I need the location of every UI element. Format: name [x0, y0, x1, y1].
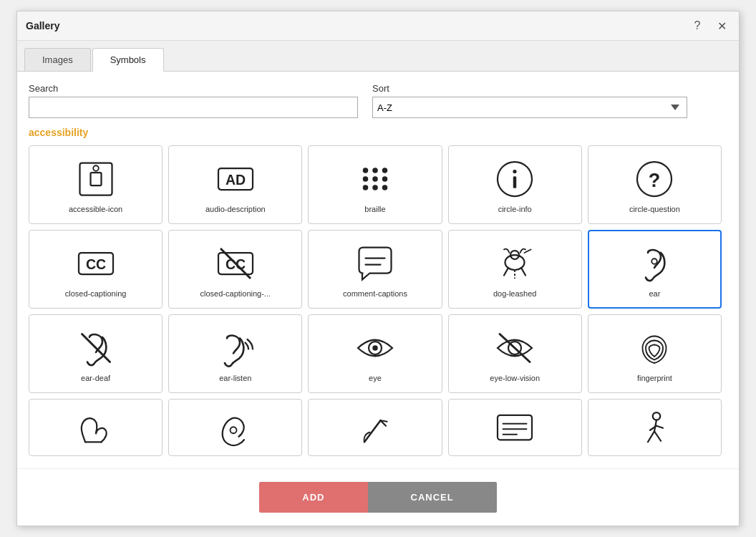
- icon-hands-pointing[interactable]: [308, 399, 442, 456]
- icon-hands-asl-2[interactable]: [168, 399, 302, 456]
- icon-label-audio-desc: audio-description: [205, 205, 266, 213]
- icon-label-closed-captioning: closed-captioning: [65, 289, 127, 298]
- icon-circle-info[interactable]: circle-info: [448, 145, 582, 224]
- icon-label-fingerprint: fingerprint: [637, 374, 672, 382]
- dog-leashed-svg: [493, 242, 536, 285]
- closed-captioning-slash-svg: CC: [214, 242, 257, 285]
- svg-line-35: [500, 334, 530, 362]
- icon-closed-captioning[interactable]: CC closed-captioning: [29, 230, 163, 309]
- icon-ear-listen[interactable]: ear-listen: [168, 314, 302, 393]
- search-group: Search: [29, 83, 358, 118]
- svg-point-9: [372, 176, 378, 182]
- cancel-button[interactable]: CANCEL: [368, 482, 497, 513]
- ear-listen-svg: [214, 326, 257, 369]
- svg-point-15: [513, 170, 517, 173]
- icon-label-eye-low-vision: eye-low-vision: [490, 374, 540, 382]
- help-button[interactable]: ?: [689, 17, 706, 34]
- tab-symbols[interactable]: Symbols: [92, 48, 164, 72]
- svg-point-12: [372, 185, 378, 190]
- close-button[interactable]: ✕: [713, 17, 730, 34]
- audio-description-svg: AD: [214, 158, 257, 200]
- svg-text:CC: CC: [86, 256, 106, 272]
- icon-label-closed-captioning-slash: closed-captioning-...: [200, 289, 271, 298]
- content-area: Search Sort A-Z Z-A accessibility: [17, 72, 739, 468]
- svg-rect-37: [498, 415, 532, 440]
- sort-label: Sort: [372, 83, 687, 94]
- svg-point-7: [382, 168, 388, 173]
- icons-grid: accessible-icon AD audio-description: [29, 145, 727, 393]
- gallery-dialog: Gallery ? ✕ Images Symbols Search Sort A…: [16, 11, 740, 526]
- icon-fingerprint[interactable]: fingerprint: [588, 314, 722, 393]
- svg-point-33: [372, 345, 378, 351]
- person-walking-svg: [633, 409, 676, 448]
- svg-point-2: [93, 165, 99, 171]
- eye-low-vision-svg: [493, 326, 536, 369]
- icon-dog-leashed[interactable]: dog-leashed: [448, 230, 582, 309]
- icon-label-circle-info: circle-info: [498, 205, 532, 213]
- hands-asl-1-svg: [74, 409, 117, 448]
- icon-message-captions[interactable]: [448, 399, 582, 456]
- icon-audio-description[interactable]: AD audio-description: [168, 145, 302, 224]
- title-bar: Gallery ? ✕: [17, 11, 739, 41]
- icon-closed-captioning-slash[interactable]: CC closed-captioning-...: [168, 230, 302, 309]
- svg-point-30: [652, 258, 658, 264]
- fingerprint-svg: [633, 326, 676, 369]
- closed-captioning-svg: CC: [74, 242, 117, 285]
- icon-ear-deaf[interactable]: ear-deaf: [29, 314, 163, 393]
- icon-label-circle-question: circle-question: [629, 205, 680, 213]
- svg-point-10: [382, 176, 388, 182]
- search-input[interactable]: [29, 97, 358, 118]
- svg-rect-16: [513, 176, 517, 188]
- svg-text:?: ?: [649, 170, 661, 191]
- braille-svg: [354, 158, 397, 200]
- icon-label-eye: eye: [369, 374, 382, 382]
- category-label: accessibility: [29, 127, 727, 138]
- accessible-icon-svg: [74, 158, 117, 200]
- search-label: Search: [29, 83, 358, 94]
- ear-svg: [633, 242, 676, 285]
- icon-eye-low-vision[interactable]: eye-low-vision: [448, 314, 582, 393]
- icon-label-ear: ear: [649, 289, 660, 298]
- icon-accessible-icon[interactable]: accessible-icon: [29, 145, 163, 224]
- icon-label-dog-leashed: dog-leashed: [493, 289, 537, 298]
- icon-braille[interactable]: braille: [308, 145, 442, 224]
- title-bar-actions: ? ✕: [689, 17, 730, 34]
- icon-label-comment-captions: comment-captions: [343, 289, 407, 298]
- footer: ADD CANCEL: [17, 468, 739, 526]
- icon-label-ear-listen: ear-listen: [219, 374, 251, 382]
- svg-point-8: [363, 176, 369, 182]
- message-captions-svg: [493, 409, 536, 448]
- comment-captions-svg: [354, 242, 397, 285]
- circle-info-svg: [493, 158, 536, 200]
- icon-comment-captions[interactable]: comment-captions: [308, 230, 442, 309]
- icon-person-walking[interactable]: [588, 399, 722, 456]
- sort-select[interactable]: A-Z Z-A: [372, 97, 687, 118]
- icon-label-ear-deaf: ear-deaf: [81, 374, 110, 382]
- tabs-row: Images Symbols: [17, 41, 739, 72]
- search-sort-row: Search Sort A-Z Z-A: [29, 83, 727, 118]
- icon-eye[interactable]: eye: [308, 314, 442, 393]
- svg-rect-0: [79, 163, 112, 195]
- add-button[interactable]: ADD: [259, 482, 367, 513]
- icon-label-accessible: accessible-icon: [69, 205, 122, 213]
- ear-deaf-svg: [74, 326, 117, 369]
- svg-point-41: [653, 412, 661, 420]
- svg-point-36: [230, 427, 236, 433]
- icon-circle-question[interactable]: ? circle-question: [588, 145, 722, 224]
- dialog-title: Gallery: [26, 20, 59, 32]
- sort-group: Sort A-Z Z-A: [372, 83, 687, 118]
- icon-label-braille: braille: [364, 205, 385, 213]
- icons-grid-wrapper[interactable]: accessible-icon AD audio-description: [29, 145, 727, 461]
- circle-question-svg: ?: [633, 158, 676, 200]
- tab-images[interactable]: Images: [24, 48, 91, 71]
- svg-text:AD: AD: [226, 172, 246, 188]
- svg-point-6: [372, 168, 378, 173]
- partial-row: [29, 399, 727, 456]
- hands-asl-2-svg: [214, 409, 257, 448]
- icon-hands-asl-1[interactable]: [29, 399, 163, 456]
- svg-point-5: [363, 168, 369, 173]
- eye-svg: [354, 326, 397, 369]
- svg-rect-1: [90, 173, 101, 185]
- icon-ear[interactable]: ear: [588, 230, 722, 309]
- svg-point-11: [363, 185, 369, 190]
